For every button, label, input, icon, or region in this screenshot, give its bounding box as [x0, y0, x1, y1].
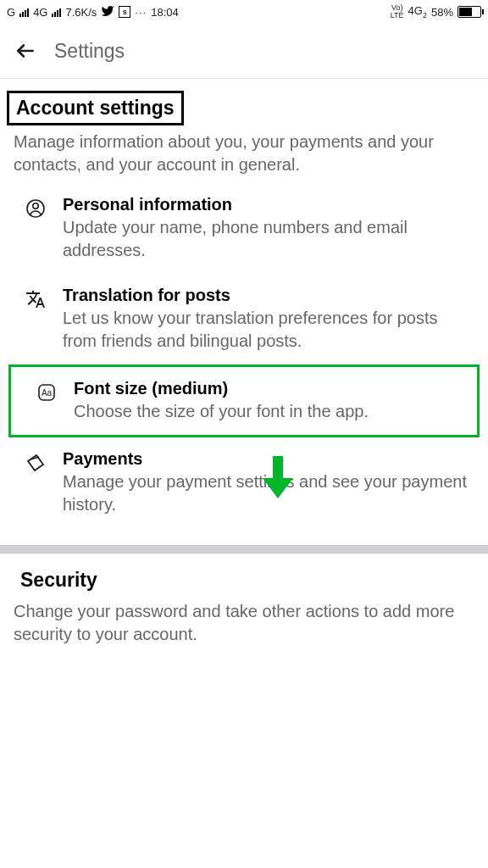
account-section-desc: Manage information about you, your payme…: [14, 131, 474, 176]
account-section-title: Account settings: [7, 91, 184, 125]
carrier-label: G: [7, 6, 15, 19]
network2-label: 4G2: [408, 4, 427, 19]
status-left: G 4G 7.6K/s s ··· 18:04: [7, 4, 179, 20]
annotation-arrow-icon: [263, 456, 293, 502]
settings-list: Personal information Update your name, p…: [0, 176, 488, 535]
signal-icon: [52, 7, 61, 17]
section-divider: [0, 545, 488, 554]
clock-label: 18:04: [151, 6, 179, 19]
setting-title: Translation for posts: [63, 286, 474, 305]
security-section-desc: Change your password and take other acti…: [14, 600, 474, 646]
setting-desc: Let us know your translation preferences…: [63, 307, 474, 353]
signal-icon: [19, 7, 29, 17]
network-label: 4G: [33, 6, 47, 19]
fontsize-icon: Aa: [35, 379, 58, 423]
back-button[interactable]: [14, 39, 37, 63]
app-header: Settings: [0, 24, 488, 79]
setting-item-fontsize[interactable]: Aa Font size (medium) Choose the size of…: [8, 364, 480, 437]
translate-icon: [24, 286, 47, 353]
setting-desc: Choose the size of your font in the app.: [74, 400, 463, 423]
status-bar: G 4G 7.6K/s s ··· 18:04 Vo) LTE 4G2 58%: [0, 0, 488, 24]
svg-rect-6: [273, 456, 283, 480]
svg-point-2: [33, 203, 38, 209]
battery-label: 58%: [431, 6, 453, 19]
volte-icon: Vo) LTE: [391, 4, 404, 19]
more-icon: ···: [135, 6, 147, 19]
back-arrow-icon: [14, 40, 36, 62]
app-badge-icon: s: [119, 6, 130, 18]
status-right: Vo) LTE 4G2 58%: [391, 4, 481, 19]
setting-item-translation[interactable]: Translation for posts Let us know your t…: [0, 274, 488, 364]
security-section: Security Change your password and take o…: [0, 554, 488, 646]
payments-icon: [24, 449, 47, 516]
page-title: Settings: [54, 40, 125, 63]
svg-marker-7: [263, 478, 293, 498]
account-section: Account settings Manage information abou…: [0, 79, 488, 176]
setting-item-payments[interactable]: Payments Manage your payment settings an…: [0, 437, 488, 528]
security-section-title: Security: [14, 565, 104, 595]
svg-text:Aa: Aa: [42, 388, 53, 398]
battery-icon: [458, 6, 481, 18]
person-icon: [24, 195, 47, 262]
setting-item-personal[interactable]: Personal information Update your name, p…: [0, 183, 488, 274]
setting-title: Font size (medium): [74, 379, 463, 398]
speed-label: 7.6K/s: [65, 6, 97, 19]
twitter-icon: [101, 4, 114, 20]
setting-desc: Update your name, phone numbers and emai…: [63, 216, 474, 262]
setting-title: Personal information: [63, 195, 474, 214]
